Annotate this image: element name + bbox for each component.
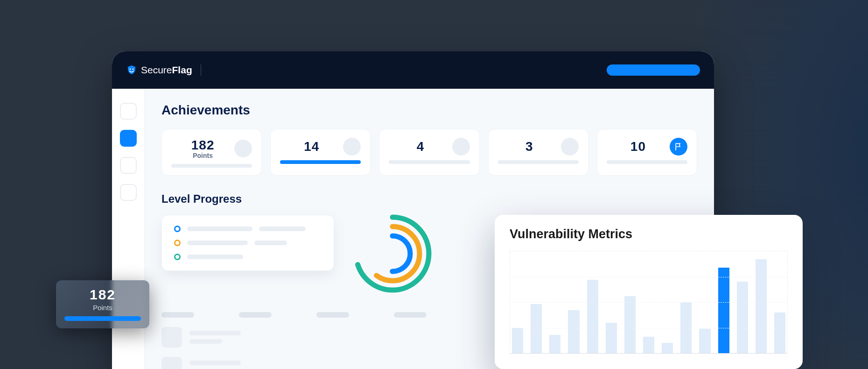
floating-points-label: Points — [64, 304, 141, 312]
row-text-placeholder — [189, 331, 241, 335]
legend-text-placeholder — [187, 255, 243, 259]
chart-bar[interactable] — [606, 323, 617, 353]
chart-gridline — [510, 277, 787, 277]
chart-bar[interactable] — [531, 304, 542, 353]
table-head-cell — [161, 312, 194, 318]
flag-icon — [670, 138, 687, 156]
stat-icon-placeholder — [234, 140, 252, 157]
stat-value: 4 — [389, 139, 452, 154]
stat-value: 182 — [171, 138, 234, 153]
brand-prefix: Secure — [141, 64, 172, 75]
svg-point-1 — [133, 69, 134, 70]
chart-gridline — [510, 328, 787, 328]
sidebar-item-4[interactable] — [120, 184, 137, 201]
chart-bar[interactable] — [718, 268, 729, 353]
legend-item-3 — [174, 254, 322, 260]
legend-dot-orange — [174, 240, 181, 246]
brand-logo[interactable]: SecureFlag — [126, 64, 192, 76]
sidebar-item-3[interactable] — [120, 157, 137, 174]
row-thumbnail — [161, 327, 182, 348]
stat-progress — [498, 160, 579, 164]
stat-card-5[interactable]: 10 — [597, 129, 697, 176]
legend-text-placeholder — [187, 241, 248, 245]
row-thumbnail — [161, 357, 182, 369]
stat-icon-placeholder — [343, 138, 361, 156]
legend-text-placeholder — [259, 227, 306, 231]
vulnerability-bar-chart — [510, 251, 788, 354]
floating-points-bar — [64, 316, 141, 321]
stat-value: 14 — [280, 139, 343, 154]
table-head-cell — [316, 312, 349, 318]
vulnerability-title: Vulnerability Metrics — [510, 227, 788, 241]
stat-progress — [280, 160, 361, 164]
stat-progress — [607, 160, 687, 164]
chart-bar[interactable] — [512, 328, 523, 354]
chart-bar[interactable] — [624, 296, 636, 353]
legend-dot-blue — [174, 226, 181, 232]
legend-card — [161, 215, 334, 271]
level-progress-title: Level Progress — [161, 192, 697, 206]
legend-item-1 — [174, 226, 322, 232]
stat-card-3[interactable]: 4 — [379, 129, 479, 176]
stat-cards-row: 182 Points 14 — [161, 129, 697, 176]
svg-point-4 — [375, 236, 410, 271]
logo-group: SecureFlag — [126, 64, 201, 76]
legend-text-placeholder — [187, 227, 252, 231]
radial-progress-chart — [348, 209, 437, 298]
legend-dot-teal — [174, 254, 181, 260]
stat-card-2[interactable]: 14 — [270, 129, 371, 176]
stat-icon-placeholder — [561, 138, 579, 156]
floating-points-value: 182 — [64, 287, 141, 303]
achievements-title: Achievements — [161, 103, 697, 118]
chart-bar[interactable] — [587, 280, 598, 353]
header-divider — [201, 64, 201, 76]
chart-bar[interactable] — [699, 329, 710, 353]
chart-gridline — [510, 302, 787, 303]
chart-bar[interactable] — [774, 312, 785, 353]
chart-bar[interactable] — [549, 335, 560, 353]
stat-card-points[interactable]: 182 Points — [161, 129, 262, 176]
legend-text-placeholder — [254, 241, 287, 245]
table-head-cell — [394, 312, 427, 318]
row-text-placeholder — [189, 339, 222, 344]
stat-progress — [171, 164, 252, 168]
sidebar-item-2[interactable] — [120, 130, 137, 147]
stat-value: 3 — [498, 139, 561, 154]
stat-card-4[interactable]: 3 — [488, 129, 588, 176]
chart-bar[interactable] — [756, 259, 767, 353]
chart-bar[interactable] — [643, 337, 654, 353]
shield-icon — [126, 64, 137, 76]
header-action-button[interactable] — [607, 64, 700, 76]
stat-label: Points — [171, 152, 234, 159]
chart-bar[interactable] — [568, 310, 579, 353]
stat-icon-placeholder — [452, 138, 470, 156]
brand-name: SecureFlag — [141, 64, 192, 76]
app-header: SecureFlag — [112, 51, 714, 89]
vulnerability-metrics-card: Vulnerability Metrics — [495, 215, 803, 369]
chart-bar[interactable] — [662, 343, 673, 353]
stat-progress — [389, 160, 469, 164]
svg-point-0 — [130, 69, 131, 70]
row-text-placeholder — [189, 361, 241, 365]
stat-value: 10 — [607, 139, 670, 154]
brand-suffix: Flag — [172, 64, 192, 75]
legend-item-2 — [174, 240, 322, 246]
sidebar-item-1[interactable] — [120, 103, 137, 120]
chart-bar[interactable] — [737, 282, 748, 353]
floating-points-card: 182 Points — [56, 280, 149, 328]
table-head-cell — [239, 312, 272, 318]
